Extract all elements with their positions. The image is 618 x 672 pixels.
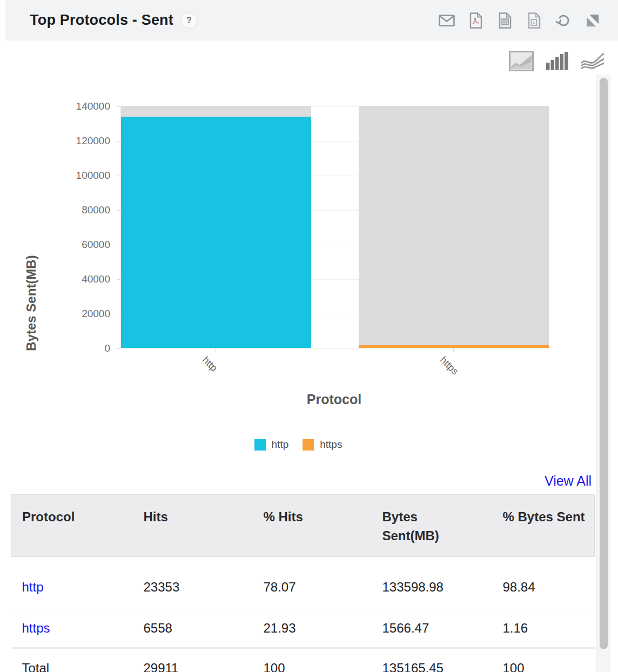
y-tick-mark [117, 210, 120, 211]
cell-http-1: 78.07 [253, 556, 372, 609]
resize-icon[interactable] [585, 11, 601, 30]
svg-text:x: x [533, 20, 535, 25]
y-tick-label: 80000 [29, 204, 110, 216]
bar-chart: Bytes Sent(MB) 0200004000060000800001000… [0, 76, 596, 486]
cell-http-3: 98.84 [492, 556, 595, 609]
stream-chart-icon[interactable] [580, 51, 605, 71]
column-header-bytes-sent: % Bytes Sent [492, 495, 595, 557]
legend-swatch-https [303, 439, 314, 451]
legend-label: http [272, 439, 289, 451]
cell-total-1: 100 [253, 648, 372, 672]
x-category-label-http: http [200, 354, 219, 374]
legend-item-https[interactable]: https [303, 439, 342, 451]
column-header-hits: Hits [133, 495, 253, 557]
email-icon[interactable] [439, 11, 455, 30]
y-tick-mark [117, 176, 120, 176]
view-all-link[interactable]: View All [545, 473, 592, 488]
bar-http[interactable] [121, 117, 311, 348]
widget-top-protocols-sent: Top Protocols - Sent ? x [0, 0, 618, 672]
cell-total-3: 100 [492, 648, 595, 672]
y-axis-title: Bytes Sent(MB) [21, 182, 42, 424]
y-tick-label: 20000 [29, 308, 110, 320]
column-header-bytes-sent-mb: Bytes Sent(MB) [372, 495, 492, 557]
view-all-container: View All [0, 473, 592, 489]
header-toolbar: x [439, 11, 601, 30]
table-header: ProtocolHits% HitsBytes Sent(MB)% Bytes … [11, 495, 595, 557]
refresh-icon[interactable] [555, 11, 572, 30]
y-tick-mark [117, 279, 120, 280]
cell-https-1: 21.93 [253, 609, 372, 648]
cell-http-0: 23353 [133, 556, 253, 609]
export-pdf-icon[interactable] [468, 11, 484, 30]
table-row-total: Total29911100135165.45100 [11, 648, 595, 672]
x-axis-title: Protocol [120, 392, 548, 407]
x-category-label-https: https [438, 354, 460, 377]
legend-label: https [320, 439, 342, 451]
bar-chart-icon[interactable] [545, 51, 569, 71]
help-label: ? [186, 16, 192, 25]
y-tick-mark [117, 348, 120, 349]
area-chart-icon[interactable] [509, 51, 534, 71]
widget-title: Top Protocols - Sent [30, 12, 173, 29]
table-body: http2335378.07133598.9898.84https655821.… [11, 556, 595, 672]
y-tick-label: 100000 [29, 170, 110, 182]
cell-total-2: 135165.45 [372, 648, 492, 672]
protocol-cell-http[interactable]: http [11, 556, 133, 609]
column-header-protocol: Protocol [11, 495, 133, 557]
y-tick-label: 140000 [29, 100, 110, 112]
y-tick-label: 0 [29, 342, 110, 354]
legend-item-http[interactable]: http [254, 439, 289, 451]
y-tick-mark [117, 106, 120, 107]
y-tick-mark [117, 141, 120, 142]
help-icon[interactable]: ? [181, 12, 197, 29]
chart-type-switcher [509, 51, 605, 71]
protocol-cell-total: Total [11, 648, 133, 672]
table-row-https: https655821.931566.471.16 [11, 609, 595, 648]
bar-https[interactable] [359, 345, 549, 348]
table-row-http: http2335378.07133598.9898.84 [11, 556, 595, 609]
legend-swatch-http [254, 439, 266, 451]
y-tick-mark [117, 314, 120, 314]
protocol-table: ProtocolHits% HitsBytes Sent(MB)% Bytes … [11, 494, 595, 672]
y-tick-mark [117, 245, 120, 245]
cell-https-2: 1566.47 [372, 609, 492, 648]
y-tick-label: 120000 [29, 135, 110, 147]
export-csv-icon[interactable] [497, 11, 513, 30]
y-tick-label: 40000 [29, 273, 110, 285]
scrollbar-thumb[interactable] [600, 78, 608, 649]
y-tick-label: 60000 [29, 239, 110, 251]
chart-legend: httphttps [0, 439, 596, 451]
cell-total-0: 29911 [133, 648, 253, 672]
widget-header: Top Protocols - Sent ? x [5, 0, 618, 41]
x-tick-mark [453, 348, 454, 352]
cell-http-2: 133598.98 [372, 556, 492, 609]
plot-area [120, 106, 548, 348]
column-header-hits: % Hits [253, 495, 372, 557]
cell-https-0: 6558 [133, 609, 253, 648]
export-excel-icon[interactable]: x [526, 11, 542, 30]
protocol-cell-https[interactable]: https [11, 609, 133, 648]
protocol-table-wrap: ProtocolHits% HitsBytes Sent(MB)% Bytes … [11, 494, 594, 672]
x-tick-mark [216, 348, 216, 352]
bar-band-https [359, 106, 549, 348]
cell-https-3: 1.16 [492, 609, 595, 648]
scrollbar-track[interactable] [596, 75, 610, 672]
